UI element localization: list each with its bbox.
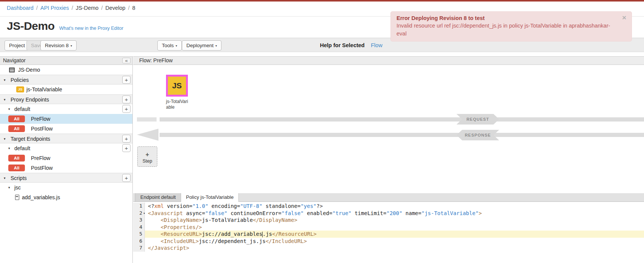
project-button-label: Project	[9, 43, 25, 48]
line-gutter: 5	[133, 231, 145, 238]
sidebar-item-label: JS-Demo	[18, 67, 40, 73]
breadcrumb-api-proxies[interactable]: API Proxies	[40, 5, 69, 11]
flow-panel-header: Flow: PreFlow	[133, 56, 644, 65]
sidebar-item-label: PostFlow	[31, 165, 53, 171]
code-lines[interactable]: 1<?xml version="1.0" encoding="UTF-8" st…	[133, 202, 644, 252]
caret-down-icon: ▾	[71, 44, 72, 48]
add-script-button[interactable]: +	[122, 174, 131, 182]
sidebar-section-policies[interactable]: ▾ Policies +	[0, 75, 132, 85]
collapse-sidebar-icon[interactable]: «	[122, 58, 131, 63]
title-row: JS-Demo What's new in the Proxy Editor	[7, 20, 123, 32]
code-line[interactable]: 1<?xml version="1.0" encoding="UTF-8" st…	[133, 203, 644, 210]
caret-down-icon: ▾	[176, 44, 177, 48]
flow-canvas: Flow: PreFlow JS js-TotalVariable REQUES…	[133, 56, 644, 193]
code-line-text[interactable]: </Javascript>	[145, 245, 644, 252]
error-title: Error Deploying Revision 8 to test	[397, 15, 616, 21]
line-gutter: 1	[133, 203, 145, 210]
line-number: 6	[133, 238, 144, 245]
request-flow-line	[160, 117, 644, 122]
page-title: JS-Demo	[7, 20, 55, 32]
sidebar-item-target-preflow[interactable]: All PreFlow	[0, 153, 132, 163]
navigator-sidebar: Navigator « JS-Demo ▾ Policies + JS js-T…	[0, 56, 133, 263]
response-banner: RESPONSE	[456, 130, 499, 140]
caret-down-icon: ▾	[8, 104, 10, 114]
tools-button[interactable]: Tools▾	[157, 40, 182, 51]
code-line[interactable]: 6 <IncludeURL>jsc://dependent_js.js</Inc…	[133, 238, 644, 245]
line-number: 5	[133, 231, 144, 238]
code-line[interactable]: 3 <DisplayName>js-TotalVariable</Display…	[133, 217, 644, 224]
line-number: 1	[133, 203, 144, 210]
sidebar-item-label: PreFlow	[31, 116, 50, 122]
deployment-button[interactable]: Deployment▾	[182, 40, 221, 51]
sidebar-section-scripts[interactable]: ▾ Scripts +	[0, 173, 132, 183]
js-policy-node-glyph: JS	[168, 77, 186, 95]
line-number: 4	[133, 224, 144, 231]
error-notification: Error Deploying Revision 8 to test Inval…	[390, 11, 632, 42]
code-line-text[interactable]: <?xml version="1.0" encoding="UTF-8" sta…	[145, 203, 644, 210]
sidebar-item-proxy-postflow[interactable]: All PostFlow	[0, 124, 132, 134]
sidebar-section-proxy-endpoints[interactable]: ▾ Proxy Endpoints +	[0, 94, 132, 104]
caret-down-icon: ▾	[8, 143, 10, 153]
sidebar-item-label: js-TotalVariable	[26, 86, 62, 92]
code-line[interactable]: 2▾<Javascript async="false" continueOnEr…	[133, 210, 644, 217]
sidebar-item-proxy-preflow[interactable]: All PreFlow	[0, 114, 132, 124]
file-icon	[15, 195, 19, 200]
add-policy-button[interactable]: +	[122, 76, 131, 84]
code-line-text[interactable]: <IncludeURL>jsc://dependent_js.js</Inclu…	[145, 238, 644, 245]
tab-policy-js-totalvariable[interactable]: Policy js-TotalVariable	[181, 193, 239, 202]
code-line[interactable]: 7</Javascript>	[133, 245, 644, 252]
sidebar-item-target-postflow[interactable]: All PostFlow	[0, 163, 132, 173]
js-policy-node[interactable]: JS	[166, 75, 188, 97]
line-gutter: 7	[133, 245, 145, 252]
sidebar-item-target-default[interactable]: ▾ default +	[0, 143, 132, 153]
code-line[interactable]: 4 <Properties/>	[133, 224, 644, 231]
help-for-selected-label: Help for Selected	[320, 42, 364, 48]
whats-new-link[interactable]: What's new in the Proxy Editor	[59, 26, 123, 31]
request-banner: REQUEST	[456, 114, 499, 125]
tab-endpoint-default[interactable]: Endpoint default	[135, 193, 181, 201]
code-line-text[interactable]: <Properties/>	[145, 224, 644, 231]
code-line-text[interactable]: <DisplayName>js-TotalVariable</DisplayNa…	[145, 217, 644, 224]
revision-button-label: Revision 8	[45, 43, 69, 48]
all-badge: All	[8, 155, 25, 161]
error-message: Invalid resource url ref jsc://dependent…	[397, 22, 616, 38]
add-target-endpoint-button[interactable]: +	[122, 135, 131, 143]
fold-caret-icon[interactable]: ▾	[143, 210, 145, 217]
caret-down-icon: ▾	[4, 75, 6, 85]
flow-help-link[interactable]: Flow	[371, 42, 383, 48]
section-label: Scripts	[11, 175, 27, 181]
add-flow-button[interactable]: +	[122, 105, 131, 113]
breadcrumb-proxy-name: JS-Demo	[76, 5, 98, 11]
caret-down-icon: ▾	[4, 173, 6, 183]
js-policy-node-label: js-TotalVariable	[166, 99, 189, 110]
line-gutter: 4	[133, 224, 145, 231]
response-flow-line	[160, 133, 644, 137]
line-gutter: 2▾	[133, 210, 145, 217]
editor-tab-bar: Endpoint default Policy js-TotalVariable	[133, 193, 644, 202]
navigator-title: Navigator	[3, 57, 26, 63]
bundle-icon	[9, 68, 15, 72]
caret-down-icon: ▾	[4, 134, 6, 144]
breadcrumb-dashboard[interactable]: Dashboard	[7, 5, 34, 11]
sidebar-item-jsc-folder[interactable]: ▾ jsc	[0, 183, 132, 192]
code-line-text[interactable]: <ResourceURL>jsc://add_variables.js</Res…	[145, 231, 644, 238]
code-editor-panel: Endpoint default Policy js-TotalVariable…	[133, 193, 644, 263]
sidebar-section-target-endpoints[interactable]: ▾ Target Endpoints +	[0, 134, 132, 143]
breadcrumb: Dashboard/API Proxies/JS-Demo/Develop/8	[7, 5, 135, 11]
sidebar-item-js-totalvariable[interactable]: JS js-TotalVariable	[0, 85, 132, 94]
close-icon[interactable]: ×	[622, 14, 626, 21]
revision-button[interactable]: Revision 8▾	[40, 40, 77, 51]
code-line[interactable]: 5 <ResourceURL>jsc://add_variables.js</R…	[133, 231, 644, 238]
breadcrumb-separator: /	[128, 5, 129, 11]
sidebar-item-proxy-default[interactable]: ▾ default +	[0, 104, 132, 114]
line-gutter: 6	[133, 238, 145, 245]
add-step-button[interactable]: + Step	[137, 146, 157, 167]
sidebar-item-js-demo[interactable]: JS-Demo	[0, 65, 132, 75]
code-line-text[interactable]: <Javascript async="false" continueOnErro…	[145, 210, 644, 217]
flow-panel-title: Flow: PreFlow	[139, 57, 173, 63]
breadcrumb-separator: /	[36, 5, 38, 11]
add-proxy-endpoint-button[interactable]: +	[122, 95, 131, 103]
sidebar-item-add-variables-js[interactable]: add_variables.js	[0, 192, 132, 202]
navigator-header: Navigator «	[0, 56, 132, 65]
add-flow-button[interactable]: +	[122, 144, 131, 152]
